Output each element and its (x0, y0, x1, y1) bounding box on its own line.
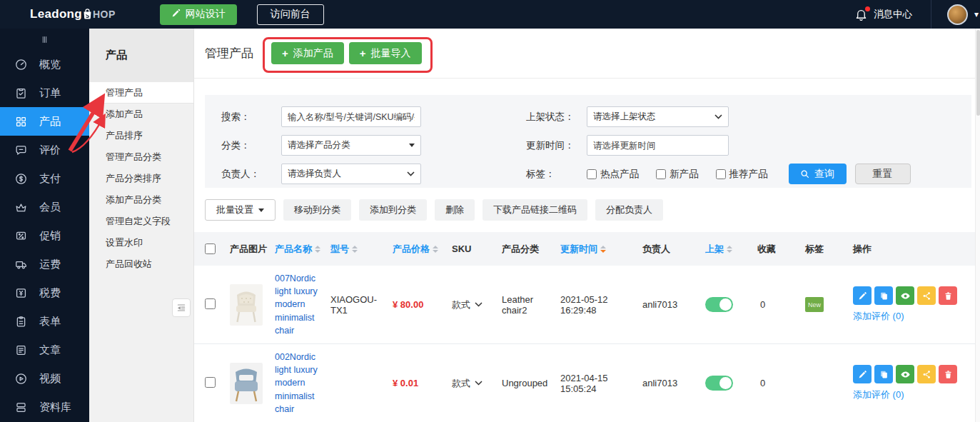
on-sale-toggle[interactable] (705, 297, 733, 312)
col-product-name[interactable]: 产品名称 (275, 243, 330, 256)
submenu-item-custom-fields[interactable]: 管理自定义字段 (89, 211, 193, 232)
search-input[interactable] (288, 112, 415, 122)
new-product-checkbox[interactable] (656, 169, 666, 179)
add-review-link[interactable]: 添加评价 (0) (853, 388, 980, 401)
edit-button[interactable] (853, 365, 872, 383)
avatar[interactable] (947, 4, 968, 25)
sidebar-item-shipping[interactable]: 运费 (0, 250, 89, 278)
sidebar-collapse-grip-icon[interactable] (0, 29, 89, 50)
sort-icon[interactable] (433, 246, 438, 253)
delete-row-button[interactable] (939, 286, 957, 305)
submenu-collapse-button[interactable] (172, 298, 191, 317)
sku-dropdown[interactable]: 款式 (452, 377, 502, 390)
status-label: 上架状态： (526, 111, 587, 124)
member-icon (14, 201, 28, 214)
owner-select[interactable]: 请选择负责人 (281, 164, 421, 184)
logo[interactable]: Leadong HOP (30, 7, 116, 22)
preview-button[interactable] (896, 365, 914, 383)
submenu-item-recycle-bin[interactable]: 产品回收站 (89, 253, 193, 275)
batch-set-button[interactable]: 批量设置 (205, 199, 276, 221)
sort-icon[interactable] (727, 246, 732, 253)
col-model[interactable]: 型号 (330, 243, 393, 256)
shopping-bag-icon (83, 9, 92, 22)
notification-dot (865, 6, 870, 11)
scrollbar[interactable] (975, 29, 980, 422)
sort-icon-active-desc[interactable] (600, 246, 606, 253)
delete-row-button[interactable] (939, 365, 957, 383)
add-product-button[interactable]: + 添加产品 (271, 42, 344, 64)
category-select[interactable]: 请选择产品分类 (281, 135, 421, 156)
download-qrcode-button[interactable]: 下载产品链接二维码 (483, 199, 587, 221)
checkbox-new-product[interactable]: 新产品 (656, 168, 699, 181)
sidebar-item-payment[interactable]: 支付 (0, 164, 89, 193)
sidebar-item-promotions[interactable]: 促销 (0, 221, 89, 250)
submenu-item-watermark[interactable]: 设置水印 (89, 232, 193, 253)
col-on-sale[interactable]: 上架 (705, 243, 757, 256)
sidebar-item-reviews[interactable]: 评价 (0, 136, 89, 164)
copy-button[interactable] (874, 365, 893, 383)
plus-icon: + (360, 48, 366, 59)
sidebar-item-articles[interactable]: 文章 (0, 336, 89, 364)
edit-icon (858, 291, 867, 301)
sidebar-item-forms[interactable]: 表单 (0, 307, 89, 336)
favorites-count: 0 (757, 378, 805, 388)
assign-owner-button[interactable]: 分配负责人 (595, 199, 663, 221)
account-caret-icon[interactable]: ▾ (974, 9, 979, 19)
topbar-divider (931, 0, 931, 29)
checkbox-hot-product[interactable]: 热点产品 (587, 168, 639, 181)
sidebar-item-tax[interactable]: 税费 (0, 278, 89, 307)
add-to-category-button[interactable]: 添加到分类 (359, 199, 427, 221)
recommended-product-checkbox[interactable] (716, 169, 726, 179)
edit-button[interactable] (853, 286, 872, 305)
sidebar-item-orders[interactable]: 订单 (0, 79, 89, 107)
hot-product-checkbox[interactable] (587, 169, 597, 179)
col-price[interactable]: 产品价格 (393, 243, 452, 256)
delete-button[interactable]: 删除 (435, 199, 475, 221)
col-owner: 负责人 (642, 243, 705, 256)
submenu-item-add-product[interactable]: 添加产品 (89, 104, 193, 125)
product-name-link[interactable]: 002Nordic light luxury modern minimalist… (275, 351, 330, 416)
query-button[interactable]: 查询 (789, 164, 847, 184)
sidebar-item-library[interactable]: 资料库 (0, 393, 89, 421)
product-name-link[interactable]: 007Nordic light luxury modern minimalist… (275, 272, 330, 337)
visit-front-button[interactable]: 访问前台 (257, 4, 324, 25)
sort-icon[interactable] (315, 246, 320, 253)
row-checkbox[interactable] (205, 298, 216, 309)
select-all-checkbox[interactable] (205, 243, 216, 254)
submenu-item-category-sort[interactable]: 产品分类排序 (89, 168, 193, 189)
reset-button[interactable]: 重置 (855, 164, 911, 184)
scrollbar-thumb[interactable] (976, 30, 980, 116)
submenu-item-manage-categories[interactable]: 管理产品分类 (89, 146, 193, 168)
status-select[interactable]: 请选择上架状态 (587, 106, 729, 127)
favorites-count: 0 (757, 299, 805, 310)
tags-label: 标签： (526, 168, 587, 181)
sidebar-item-videos[interactable]: 视频 (0, 364, 89, 393)
on-sale-toggle[interactable] (705, 376, 733, 391)
checkbox-recommended-product[interactable]: 推荐产品 (716, 168, 768, 181)
message-center-button[interactable]: 消息中心 (854, 8, 912, 21)
submenu-item-manage-products[interactable]: 管理产品 (89, 82, 193, 104)
sidebar-item-products[interactable]: 产品 (0, 107, 89, 136)
website-design-button[interactable]: 网站设计 (160, 4, 237, 25)
row-checkbox[interactable] (205, 377, 216, 388)
submenu-item-add-category[interactable]: 添加产品分类 (89, 189, 193, 211)
products-icon (14, 115, 28, 129)
batch-import-button[interactable]: + 批量导入 (349, 42, 422, 64)
update-time-input[interactable] (593, 141, 722, 151)
product-image-cream-chair[interactable] (230, 284, 263, 326)
add-review-link[interactable]: 添加评价 (0) (853, 310, 980, 323)
share-button[interactable] (917, 365, 936, 383)
copy-button[interactable] (874, 286, 893, 305)
sku-dropdown[interactable]: 款式 (452, 298, 502, 311)
product-image-blue-chair[interactable] (230, 363, 263, 404)
sort-icon[interactable] (352, 246, 358, 253)
submenu-item-product-sort[interactable]: 产品排序 (89, 125, 193, 146)
move-to-category-button[interactable]: 移动到分类 (283, 199, 351, 221)
preview-button[interactable] (896, 286, 914, 305)
col-updated[interactable]: 更新时间 (560, 243, 642, 256)
sidebar-item-members[interactable]: 会员 (0, 193, 89, 221)
sidebar-item-overview[interactable]: 概览 (0, 50, 89, 79)
product-owner: anli7013 (642, 299, 705, 310)
share-button[interactable] (917, 286, 936, 305)
sidebar-label: 支付 (39, 172, 61, 186)
